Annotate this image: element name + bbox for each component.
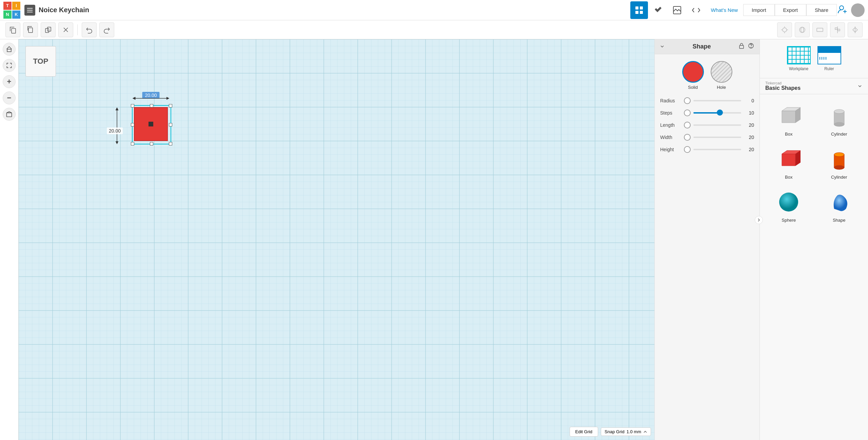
shape-img-custom — [826, 188, 853, 216]
steps-slider-thumb — [717, 109, 723, 116]
dim-arrow-h-svg — [132, 95, 170, 102]
left-sidebar: + − — [0, 39, 19, 440]
shape-card-custom[interactable]: Shape — [816, 186, 863, 225]
workplane-icon — [787, 46, 811, 64]
snap-grid-area[interactable]: Snap Grid 1.0 mm — [601, 427, 651, 436]
nav-design-btn[interactable] — [630, 1, 648, 19]
copy-button[interactable] — [5, 22, 20, 37]
width-value: 20 — [744, 135, 754, 140]
zoom-in-btn[interactable]: + — [3, 75, 16, 88]
ruler-tool[interactable]: Ruler — [817, 46, 841, 71]
shape-name-cyl-orange: Cylinder — [831, 175, 847, 180]
steps-circle-btn[interactable] — [684, 109, 691, 116]
cyl-grey-svg — [827, 104, 851, 128]
handle-br[interactable] — [169, 142, 172, 145]
shape-name-custom: Shape — [833, 218, 846, 223]
shape-panel-header: Shape — [655, 39, 760, 54]
workplane-label: Workplane — [789, 66, 808, 71]
export-button[interactable]: Export — [775, 4, 806, 16]
handle-l[interactable] — [131, 123, 134, 126]
paste-button[interactable] — [23, 22, 38, 37]
solid-type[interactable]: Solid — [682, 61, 704, 90]
ruler-icon — [817, 46, 841, 64]
lock-icon[interactable] — [738, 43, 745, 51]
logo-n: N — [3, 11, 12, 19]
height-circle-btn[interactable] — [684, 146, 691, 153]
redo-button[interactable] — [99, 22, 114, 37]
shape-card-sphere-teal[interactable]: Sphere — [765, 186, 812, 225]
radius-circle-btn[interactable] — [684, 97, 691, 104]
width-circle-btn[interactable] — [684, 134, 691, 141]
hole-type[interactable]: Hole — [711, 61, 732, 90]
undo-button[interactable] — [82, 22, 97, 37]
collapse-icon[interactable] — [660, 44, 665, 49]
shape-card-cyl-orange[interactable]: Cylinder — [816, 143, 863, 182]
shape-box[interactable] — [134, 107, 168, 141]
nav-code-btn[interactable] — [687, 1, 705, 19]
nav-tools-btn[interactable] — [649, 1, 667, 19]
user-avatar[interactable] — [851, 3, 865, 17]
svg-rect-3 — [635, 6, 638, 9]
steps-value: 10 — [744, 110, 754, 116]
import-button[interactable]: Import — [743, 4, 775, 16]
shape-name-cyl-grey: Cylinder — [831, 132, 847, 137]
handle-r[interactable] — [169, 123, 172, 126]
project-name[interactable]: Noice Keychain — [39, 6, 89, 14]
view-perspective-btn[interactable] — [795, 22, 810, 37]
prop-steps: Steps 10 — [660, 109, 754, 116]
dropdown-icon[interactable] — [857, 83, 863, 89]
right-panel-tools: Workplane Ruler — [760, 39, 868, 78]
shape-card-cyl-grey[interactable]: Cylinder — [816, 100, 863, 139]
steps-slider[interactable] — [693, 112, 741, 114]
shape-img-box-grey — [775, 102, 802, 129]
handle-bl[interactable] — [131, 142, 134, 145]
view-align-btn[interactable] — [830, 22, 845, 37]
height-value: 20 — [744, 147, 754, 152]
grid-canvas — [19, 39, 654, 440]
viewport-container: + − TOP 20.00 — [0, 39, 868, 440]
view-light-btn[interactable] — [777, 22, 792, 37]
duplicate-button[interactable] — [41, 22, 56, 37]
top-view-label[interactable]: TOP — [25, 46, 56, 77]
shape-card-box-red[interactable]: Box — [765, 143, 812, 182]
top-nav: T I N K Noice Keychain What's New — [0, 0, 868, 20]
shapes-grid: Box Cylinder — [760, 94, 868, 231]
nav-gallery-btn[interactable] — [668, 1, 686, 19]
handle-b[interactable] — [150, 142, 153, 145]
handle-tl[interactable] — [131, 104, 134, 107]
share-button[interactable]: Share — [806, 4, 837, 16]
user-area — [837, 3, 865, 17]
view-3d-btn[interactable] — [3, 108, 16, 121]
delete-button[interactable] — [58, 22, 73, 37]
canvas-area[interactable]: TOP 20.00 — [19, 39, 654, 440]
box-grey-svg — [777, 104, 801, 128]
zoom-out-btn[interactable]: − — [3, 92, 16, 104]
shape-img-cyl-orange — [826, 145, 853, 173]
svg-rect-22 — [817, 28, 823, 32]
height-track — [693, 149, 741, 150]
whats-new-link[interactable]: What's New — [711, 7, 738, 13]
ruler-label: Ruler — [824, 66, 834, 71]
fit-view-btn[interactable] — [3, 59, 16, 72]
handle-t[interactable] — [150, 104, 153, 107]
home-view-btn[interactable] — [3, 43, 16, 56]
add-person-icon[interactable] — [837, 4, 848, 17]
length-circle-btn[interactable] — [684, 122, 691, 128]
shape-group[interactable]: 20.00 — [134, 107, 168, 141]
handle-tr[interactable] — [169, 104, 172, 107]
help-icon[interactable] — [748, 43, 754, 51]
solid-circle — [682, 61, 704, 83]
tinkercad-logo[interactable]: T I N K — [3, 2, 20, 19]
shape-name-box-grey: Box — [785, 132, 792, 137]
shape-card-box-grey[interactable]: Box — [765, 100, 812, 139]
view-mirror-btn[interactable] — [848, 22, 863, 37]
panel-collapse-btn[interactable] — [755, 216, 763, 224]
svg-rect-27 — [7, 49, 11, 52]
app-menu-icon[interactable] — [24, 5, 35, 16]
radius-label: Radius — [660, 98, 680, 103]
workplane-tool[interactable]: Workplane — [787, 46, 811, 71]
edit-grid-button[interactable]: Edit Grid — [570, 427, 598, 437]
view-hidden-btn[interactable] — [812, 22, 827, 37]
svg-point-15 — [783, 28, 787, 32]
hole-label: Hole — [717, 85, 726, 90]
